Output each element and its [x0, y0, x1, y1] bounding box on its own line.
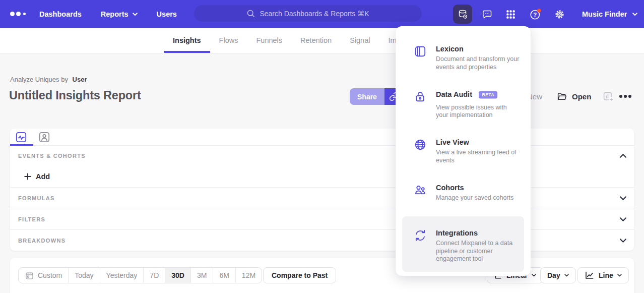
- beta-badge: BETA: [479, 91, 497, 98]
- page-title[interactable]: Untitled Insights Report: [9, 89, 141, 102]
- menu-item-description: View possible issues with your implement…: [436, 104, 521, 120]
- person-icon: [39, 132, 50, 143]
- database-gear-icon: [457, 9, 469, 20]
- chevron-down-icon[interactable]: [620, 239, 626, 243]
- users-icon: [414, 184, 427, 197]
- nav-item-label: Dashboards: [39, 10, 82, 18]
- chart-controls-card: Custom Today Yesterday 7D 30D 3M 6M 12M …: [10, 258, 634, 293]
- chevron-down-icon: [564, 274, 569, 277]
- menu-item-title: Live View: [436, 138, 469, 146]
- menu-item-title-row: Lexicon: [436, 44, 521, 53]
- add-to-dashboard-button[interactable]: [602, 91, 614, 102]
- plus-icon: [24, 173, 31, 180]
- nav-item-dashboards[interactable]: Dashboards: [39, 10, 82, 18]
- dashboard-add-icon: [602, 91, 614, 102]
- search-input[interactable]: Search Dashboards & Reports ⌘K: [194, 5, 422, 22]
- menu-item-title: Data Audit: [436, 90, 472, 98]
- menu-item-cohorts[interactable]: Cohorts Manage your saved cohorts: [396, 183, 531, 202]
- messages-button[interactable]: [478, 6, 495, 23]
- chart-type-label: Line: [599, 271, 613, 279]
- menu-item-title: Integrations: [436, 229, 478, 237]
- globe-icon: [414, 138, 427, 151]
- chart-type-selector-button[interactable]: Line: [577, 267, 629, 283]
- interval-label: Day: [547, 271, 560, 279]
- menu-item-title-row: Integrations: [436, 228, 521, 238]
- range-custom[interactable]: Custom: [19, 268, 68, 283]
- tab-signal[interactable]: Signal: [341, 28, 379, 53]
- nav-item-label: Users: [157, 10, 177, 18]
- section-breakdowns[interactable]: BREAKDOWNS: [10, 229, 634, 251]
- share-button[interactable]: Share: [350, 88, 384, 105]
- menu-item-title: Lexicon: [436, 45, 464, 53]
- add-label: Add: [36, 172, 50, 181]
- range-yesterday[interactable]: Yesterday: [100, 268, 144, 283]
- tab-events-view[interactable]: [16, 132, 27, 143]
- compare-to-past-button[interactable]: Compare to Past: [263, 267, 336, 283]
- folder-icon: [556, 91, 567, 102]
- nav-item-users[interactable]: Users: [157, 10, 177, 18]
- menu-item-data-audit[interactable]: Data Audit BETA View possible issues wit…: [396, 90, 531, 120]
- section-filters[interactable]: FILTERS: [10, 209, 634, 229]
- question-mark-icon: ?: [529, 8, 542, 21]
- chevron-down-icon: [632, 13, 637, 16]
- add-event-button[interactable]: Add: [24, 172, 50, 181]
- line-chart-icon: [585, 270, 595, 280]
- query-builder-card: EVENTS & COHORTS Add FORMULAS FILTERS BR…: [10, 129, 634, 251]
- chevron-down-icon: [133, 13, 138, 16]
- chevron-down-icon: [617, 274, 622, 277]
- menu-item-description: Manage your saved cohorts: [436, 194, 521, 202]
- range-label: Custom: [38, 271, 62, 279]
- chevron-up-icon[interactable]: [620, 154, 626, 158]
- report-tabs: Insights Flows Funnels Retention Signal …: [164, 28, 406, 53]
- report-tab-bar: Insights Flows Funnels Retention Signal …: [0, 28, 644, 53]
- interval-selector-button[interactable]: Day: [540, 267, 576, 283]
- data-management-dropdown: Lexicon Document and transform your even…: [396, 26, 531, 276]
- section-label: FORMULAS: [18, 195, 55, 201]
- top-nav: Dashboards Reports Users Search Dashboar…: [0, 0, 644, 28]
- menu-item-title-row: Live View: [436, 138, 521, 147]
- chevron-down-icon: [532, 274, 536, 277]
- data-management-button[interactable]: [453, 5, 472, 24]
- search-placeholder: Search Dashboards & Reports ⌘K: [260, 10, 369, 18]
- range-6m[interactable]: 6M: [213, 268, 235, 283]
- menu-item-title: Cohorts: [436, 184, 464, 192]
- range-today[interactable]: Today: [68, 268, 99, 283]
- more-options-button[interactable]: [619, 95, 631, 98]
- open-label: Open: [572, 92, 591, 101]
- section-formulas[interactable]: FORMULAS: [10, 187, 634, 209]
- apps-grid-button[interactable]: [502, 6, 519, 23]
- tab-profiles-view[interactable]: [39, 132, 50, 143]
- menu-item-integrations[interactable]: Integrations Connect Mixpanel to a data …: [396, 228, 531, 263]
- project-selector[interactable]: Music Finder: [582, 0, 637, 28]
- mixpanel-logo[interactable]: [10, 12, 26, 16]
- settings-button[interactable]: [551, 6, 568, 23]
- chevron-down-icon[interactable]: [620, 196, 626, 200]
- range-3m[interactable]: 3M: [190, 268, 213, 283]
- menu-item-description: Document and transform your events and p…: [436, 55, 521, 71]
- chevron-down-icon[interactable]: [620, 217, 626, 221]
- search-icon: [246, 9, 255, 18]
- range-7d[interactable]: 7D: [143, 268, 165, 283]
- menu-item-title-row: Cohorts: [436, 183, 521, 192]
- tab-flows[interactable]: Flows: [210, 28, 247, 53]
- tab-retention[interactable]: Retention: [291, 28, 341, 53]
- range-12m[interactable]: 12M: [235, 268, 262, 283]
- line-chart-icon: [16, 132, 27, 143]
- grid-dots-icon: [505, 9, 517, 20]
- menu-item-title-row: Data Audit BETA: [436, 90, 521, 99]
- lexicon-book-icon: [414, 45, 427, 58]
- tab-insights[interactable]: Insights: [164, 28, 210, 53]
- section-label: BREAKDOWNS: [18, 238, 66, 244]
- range-30d[interactable]: 30D: [165, 268, 190, 283]
- menu-item-live-view[interactable]: Live View View a live streaming feed of …: [396, 138, 531, 164]
- subtitle-value[interactable]: User: [73, 76, 87, 83]
- tab-funnels[interactable]: Funnels: [247, 28, 291, 53]
- date-range-group: Custom Today Yesterday 7D 30D 3M 6M 12M: [18, 267, 262, 283]
- section-label: FILTERS: [18, 216, 45, 222]
- chat-bubble-icon: [481, 9, 493, 20]
- section-events-cohorts[interactable]: EVENTS & COHORTS: [10, 146, 634, 166]
- open-report-button[interactable]: Open: [556, 91, 591, 102]
- menu-item-lexicon[interactable]: Lexicon Document and transform your even…: [396, 44, 531, 71]
- help-button[interactable]: ?: [527, 6, 544, 23]
- nav-item-reports[interactable]: Reports: [101, 10, 138, 18]
